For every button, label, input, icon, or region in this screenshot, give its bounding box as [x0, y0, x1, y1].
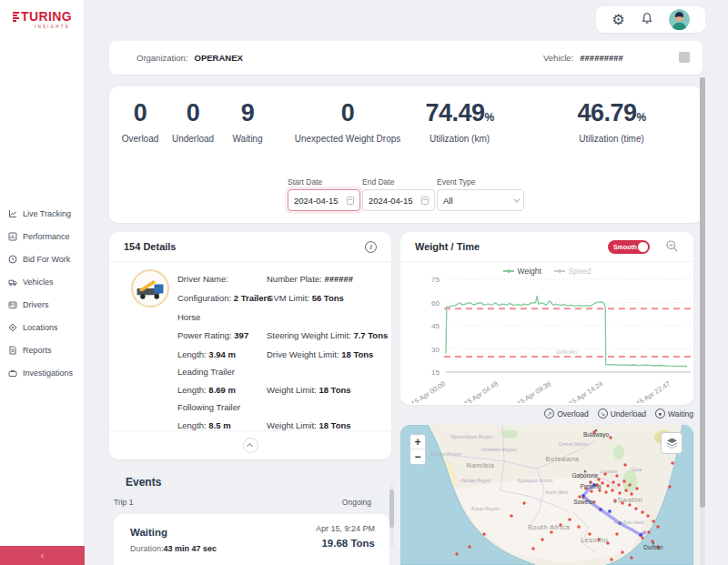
overload-icon: ↗ [544, 409, 554, 419]
details-title: 154 Details [124, 241, 176, 252]
map[interactable]: + − Otjozondjupa RegionOmaheke RegionEro… [400, 425, 693, 565]
details-row: Driver Name: Number Plate: ###### [177, 274, 384, 284]
end-date-value: 2024-04-15 [369, 196, 413, 206]
svg-text:15 Apr 04:48: 15 Apr 04:48 [463, 379, 500, 403]
events-scrollbar[interactable] [389, 489, 394, 528]
settings-gear-icon[interactable]: ⚙ [612, 13, 624, 27]
bid-for-work-icon [8, 255, 17, 264]
svg-text:Erongo Region: Erongo Region [430, 451, 461, 457]
drivers-icon [8, 300, 17, 309]
start-date-label: Start Date [288, 177, 360, 187]
details-row: Power Rating: 397Steering Weight Limit: … [177, 330, 384, 340]
sidebar-item-investigations[interactable]: Investigations [0, 361, 85, 384]
trip-status-badge: Ongoing [342, 498, 371, 507]
brand-title: TURING [21, 9, 72, 24]
svg-text:15 Apr 14:24: 15 Apr 14:24 [568, 379, 605, 403]
start-date-input[interactable]: 2024-04-15 [288, 189, 360, 211]
topbar: ⚙ [596, 6, 705, 33]
vehicle-photo [131, 269, 169, 308]
chevron-left-icon: ‹ [41, 550, 45, 560]
sidebar-item-bid-for-work[interactable]: Bid For Work [0, 247, 85, 270]
live-tracking-icon [8, 209, 17, 218]
svg-text:60: 60 [431, 299, 440, 308]
vehicle-field[interactable]: Vehicle: ######### [543, 41, 623, 75]
svg-text:Hardap Region: Hardap Region [460, 478, 491, 483]
sidebar-item-label: Vehicles [23, 277, 54, 287]
sidebar-item-label: Bid For Work [23, 255, 70, 264]
info-icon[interactable]: i [365, 241, 377, 253]
vehicle-details-card: 154 Details i Driver Name: Number Plate:… [109, 232, 391, 459]
map-legend-underload[interactable]: ↘Underload [598, 409, 646, 419]
map-zoom-in-button[interactable]: + [410, 435, 425, 449]
start-date-value: 2024-04-15 [294, 196, 339, 206]
details-row: Length: 8.5 mWeight Limit: 18 Tons [177, 420, 384, 430]
end-date-input[interactable]: 2024-04-15 [362, 189, 435, 211]
sidebar-item-vehicles[interactable]: Vehicles [0, 270, 85, 293]
organization-label: Organization: [136, 53, 188, 63]
stat-value: 0 [172, 99, 214, 127]
stat-label: Utilization (time) [577, 134, 645, 144]
map-legend: ↗Overload↘Underload●Waiting [400, 409, 693, 419]
collapse-details-button[interactable] [243, 438, 258, 453]
sidebar-item-drivers[interactable]: Drivers [0, 293, 85, 316]
toggle-knob [638, 242, 648, 252]
smooth-toggle[interactable]: Smooth [608, 240, 650, 254]
details-row: Configuration: 2 TrailersGVM Limit: 56 T… [177, 293, 384, 303]
map-legend-label: Overload [557, 409, 589, 419]
sidebar-item-reports[interactable]: Reports [0, 338, 85, 361]
user-avatar[interactable] [669, 9, 690, 30]
stat-label: Overload [122, 134, 159, 144]
event-card[interactable]: Waiting Duration:43 min 47 sec Apr 15, 9… [114, 514, 389, 565]
legend-speed[interactable]: Speed [554, 267, 592, 276]
svg-text:Central District: Central District [559, 441, 589, 447]
event-duration: Duration:43 min 47 sec [130, 544, 217, 553]
svg-text:45: 45 [431, 322, 440, 330]
chart-title: Weight / Time [415, 241, 480, 252]
legend-weight[interactable]: Weight [503, 267, 541, 276]
reports-icon [8, 346, 17, 355]
page-scrollbar[interactable] [700, 77, 705, 508]
svg-text:Soweto: Soweto [573, 499, 593, 505]
svg-text:!Karas Region: !Karas Region [470, 506, 500, 511]
sidebar-item-performance[interactable]: Performance [0, 225, 85, 247]
vehicles-icon [8, 277, 17, 287]
map-legend-overload[interactable]: ↗Overload [544, 409, 589, 419]
vehicle-value: ######### [580, 53, 623, 63]
stat-utilization-km: 74.49%Utilization (km) [425, 99, 493, 144]
organization-field[interactable]: Organization: OPERANEX [136, 41, 243, 75]
legend-marker [554, 270, 565, 272]
svg-text:North West: North West [546, 489, 570, 495]
event-type-select[interactable]: All [437, 189, 524, 211]
vehicle-label: Vehicle: [543, 53, 573, 63]
notifications-bell-icon[interactable] [641, 12, 653, 28]
organization-value: OPERANEX [195, 53, 243, 63]
map-zoom-out-button[interactable]: − [410, 449, 425, 464]
svg-text:Namibia: Namibia [466, 461, 494, 469]
sidebar-nav: Live TrackingPerformanceBid For WorkVehi… [0, 202, 85, 384]
map-layers-button[interactable] [661, 432, 682, 454]
stat-label: Unexpected Weight Drops [295, 134, 401, 144]
sidebar-item-label: Locations [23, 323, 58, 332]
stat-label: Waiting [233, 134, 263, 144]
svg-text:30: 30 [431, 346, 440, 354]
legend-marker [503, 270, 514, 272]
svg-text:Lesotho: Lesotho [581, 536, 608, 544]
calendar-icon [347, 197, 354, 205]
brand-logo[interactable]: TURING INSIGHTS [13, 9, 72, 29]
svg-text:15 Apr 22:47: 15 Apr 22:47 [634, 379, 672, 403]
zoom-out-icon[interactable] [665, 239, 679, 257]
svg-text:Gaza: Gaza [631, 467, 642, 472]
details-section-horse: Horse [177, 312, 384, 322]
svg-text:Durban: Durban [643, 544, 663, 550]
svg-text:eSwatini: eSwatini [613, 496, 642, 504]
sidebar-item-label: Drivers [23, 300, 49, 309]
details-section-following-trailer: Following Trailer [177, 402, 384, 412]
map-legend-waiting[interactable]: ●Waiting [655, 409, 693, 419]
smooth-toggle-label: Smooth [613, 244, 637, 250]
sidebar-item-live-tracking[interactable]: Live Tracking [0, 202, 85, 225]
sidebar-collapse-button[interactable]: ‹ [0, 546, 85, 565]
stat-value: 0 [122, 99, 159, 127]
chevron-up-icon [246, 443, 252, 449]
sidebar-item-locations[interactable]: Locations [0, 316, 85, 338]
map-zoom-controls: + − [410, 434, 426, 465]
